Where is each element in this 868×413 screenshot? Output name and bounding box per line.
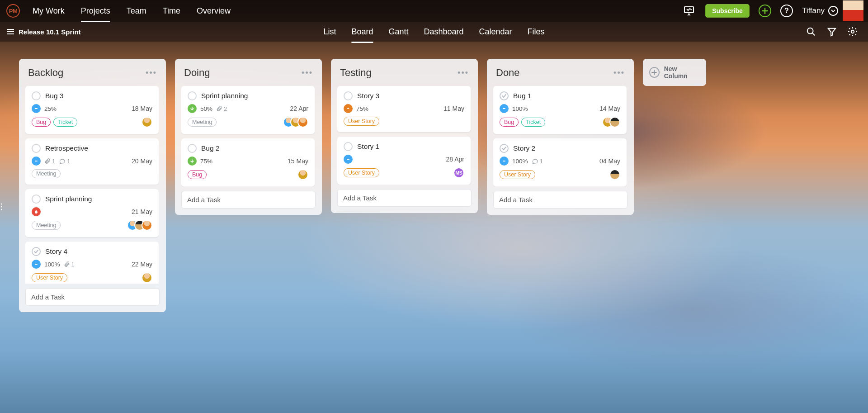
- view-calendar[interactable]: Calendar: [479, 24, 512, 40]
- new-column-button[interactable]: New Column: [643, 59, 706, 86]
- add-task-input[interactable]: Add a Task: [25, 288, 160, 306]
- tag-pill: Meeting: [32, 221, 61, 230]
- task-checkbox[interactable]: [32, 144, 41, 153]
- view-board[interactable]: Board: [351, 24, 373, 40]
- avatar: [297, 117, 308, 128]
- card-footer: Meeting: [32, 220, 152, 231]
- card-header: Story 3: [344, 91, 464, 100]
- card-footer: User Story: [500, 169, 620, 180]
- help-icon[interactable]: ?: [780, 5, 793, 17]
- project-selector[interactable]: Release 10.1 Sprint: [7, 28, 81, 36]
- card-meta: 75%: [344, 104, 368, 113]
- task-card[interactable]: Bug 3 25% 18 May BugTicket: [25, 86, 159, 134]
- task-card[interactable]: Story 2 100%1 04 May User Story: [493, 138, 627, 186]
- task-checkbox[interactable]: [500, 144, 509, 153]
- tag-list: User Story: [32, 273, 67, 282]
- task-card[interactable]: Bug 1 100% 14 May BugTicket: [493, 86, 627, 134]
- nav-my-work[interactable]: My Work: [33, 2, 65, 20]
- user-avatar[interactable]: [843, 0, 863, 21]
- view-gantt[interactable]: Gantt: [388, 24, 408, 40]
- card-header: Story 1: [344, 142, 464, 151]
- priority-icon: [32, 207, 41, 216]
- user-menu[interactable]: Tiffany: [802, 6, 838, 16]
- card-footer: User Story: [344, 117, 464, 126]
- plus-icon: [649, 67, 660, 78]
- column-menu-icon[interactable]: •••: [146, 68, 157, 78]
- view-tabs: List Board Gantt Dashboard Calendar File…: [323, 24, 544, 40]
- nav-overview[interactable]: Overview: [197, 2, 231, 20]
- task-card[interactable]: Sprint planning 50%2 22 Apr Meeting: [181, 86, 315, 134]
- board-column: Doing ••• Sprint planning 50%2 22 Apr Me…: [175, 59, 322, 215]
- add-icon[interactable]: [759, 5, 771, 17]
- view-dashboard[interactable]: Dashboard: [424, 24, 463, 40]
- settings-gear-icon[interactable]: [844, 24, 861, 40]
- task-checkbox[interactable]: [188, 144, 197, 153]
- view-files[interactable]: Files: [528, 24, 545, 40]
- due-date: 21 May: [132, 208, 152, 215]
- assignee-avatars: MS: [453, 167, 464, 178]
- task-card[interactable]: Bug 2 75% 15 May Bug: [181, 138, 315, 186]
- comment-count: 1: [532, 158, 543, 165]
- card-meta: 50%2: [188, 104, 227, 113]
- tag-pill: User Story: [32, 273, 67, 282]
- card-meta: 100%1: [500, 157, 543, 166]
- task-card[interactable]: Story 3 75% 11 May User Story: [337, 86, 471, 132]
- tag-pill: Meeting: [188, 118, 217, 127]
- tag-pill: Ticket: [53, 118, 77, 127]
- column-title: Backlog: [28, 67, 63, 79]
- project-subnav: Release 10.1 Sprint List Board Gantt Das…: [0, 22, 868, 42]
- task-card[interactable]: Story 1 28 Apr User StoryMS: [337, 137, 471, 185]
- task-card[interactable]: Sprint planning 21 May Meeting: [25, 189, 159, 237]
- assignee-avatars: [297, 169, 308, 180]
- view-list[interactable]: List: [323, 24, 336, 40]
- progress-percent: 100%: [44, 261, 60, 268]
- card-meta: 100%1: [32, 260, 75, 269]
- column-menu-icon[interactable]: •••: [613, 68, 625, 78]
- board-column: Backlog ••• Bug 3 25% 18 May BugTicket R…: [19, 59, 166, 312]
- card-header: Retrospective: [32, 144, 152, 153]
- attachment-count: 2: [216, 105, 227, 112]
- task-checkbox[interactable]: [344, 91, 353, 100]
- task-title: Bug 3: [45, 92, 64, 100]
- task-card[interactable]: Story 4 100%1 22 May User Story: [25, 242, 159, 284]
- username-label: Tiffany: [802, 6, 825, 15]
- card-header: Bug 2: [188, 144, 308, 153]
- column-menu-icon[interactable]: •••: [458, 68, 469, 78]
- task-checkbox[interactable]: [32, 247, 41, 256]
- task-checkbox[interactable]: [188, 91, 197, 100]
- filter-icon[interactable]: [824, 24, 840, 40]
- column-header: Backlog •••: [25, 65, 160, 80]
- tag-pill: Bug: [188, 170, 207, 179]
- add-task-input[interactable]: Add a Task: [493, 191, 627, 209]
- priority-icon: [500, 157, 509, 166]
- nav-projects[interactable]: Projects: [81, 2, 110, 20]
- task-title: Retrospective: [45, 144, 88, 152]
- column-menu-icon[interactable]: •••: [302, 68, 313, 78]
- nav-time[interactable]: Time: [163, 2, 180, 20]
- task-checkbox[interactable]: [500, 91, 509, 100]
- priority-icon: [32, 157, 41, 166]
- add-task-input[interactable]: Add a Task: [181, 191, 316, 209]
- subscribe-button[interactable]: Subscribe: [705, 4, 750, 18]
- search-icon[interactable]: [803, 24, 819, 40]
- svg-rect-7: [503, 108, 505, 109]
- card-meta: 75%: [188, 157, 212, 166]
- tag-pill: Bug: [32, 118, 51, 127]
- side-drag-handle[interactable]: [0, 199, 3, 214]
- app-logo[interactable]: PM: [6, 4, 20, 18]
- priority-icon: [32, 260, 41, 269]
- svg-rect-6: [347, 159, 349, 160]
- add-task-input[interactable]: Add a Task: [337, 189, 472, 207]
- avatar: MS: [453, 167, 464, 178]
- presentation-icon[interactable]: [681, 3, 697, 19]
- tag-list: BugTicket: [500, 118, 545, 127]
- tag-pill: User Story: [500, 170, 535, 179]
- task-title: Bug 2: [201, 144, 220, 152]
- task-card[interactable]: Retrospective 11 20 May Meeting: [25, 138, 159, 185]
- nav-team[interactable]: Team: [127, 2, 146, 20]
- task-checkbox[interactable]: [344, 142, 353, 151]
- task-checkbox[interactable]: [32, 195, 41, 204]
- tag-pill: Ticket: [521, 118, 545, 127]
- task-checkbox[interactable]: [32, 91, 41, 100]
- svg-rect-3: [35, 108, 38, 109]
